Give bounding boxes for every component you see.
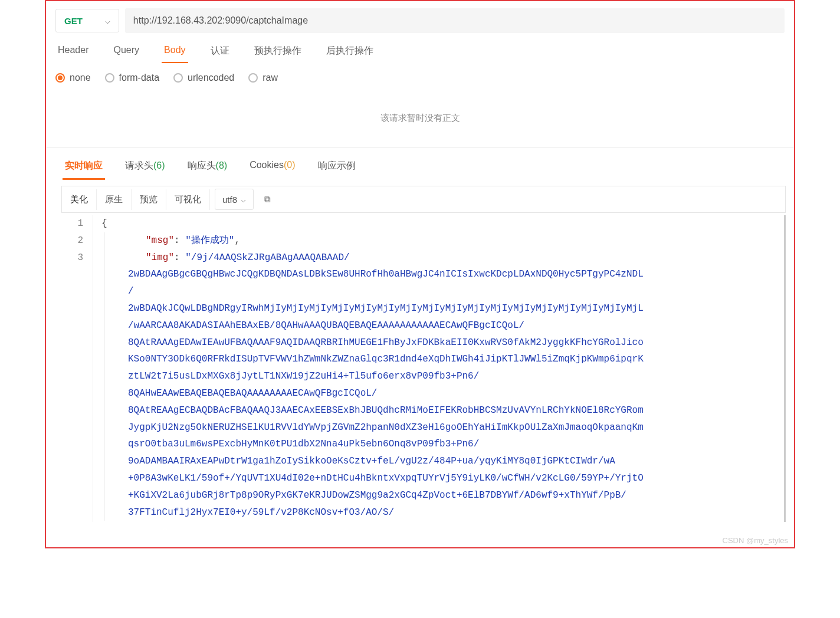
request-tabs: Header Query Body 认证 预执行操作 后执行操作 [46, 33, 794, 63]
tab-body[interactable]: Body [162, 45, 188, 63]
encoding-select[interactable]: utf8⌵ [215, 189, 254, 210]
empty-body-message: 该请求暂时没有正文 [46, 83, 794, 147]
tab-auth[interactable]: 认证 [208, 45, 232, 63]
tab-pre-script[interactable]: 预执行操作 [252, 45, 304, 63]
tab-request-headers[interactable]: 请求头(6) [123, 160, 168, 180]
radio-dot-icon [105, 73, 114, 83]
radio-form-data[interactable]: form-data [105, 73, 159, 83]
watermark: CSDN @my_styles [723, 536, 788, 545]
response-tabs: 实时响应 请求头(6) 响应头(8) Cookies(0) 响应示例 [46, 147, 794, 180]
visualize-button[interactable]: 可视化 [166, 189, 210, 210]
radio-raw[interactable]: raw [248, 73, 278, 83]
response-toolbar: 美化 原生 预览 可视化 utf8⌵ ⧉ [61, 186, 786, 213]
line-gutter: 123 [61, 215, 93, 522]
radio-dot-icon [55, 73, 65, 83]
body-type-radios: none form-data urlencoded raw [46, 63, 794, 83]
tab-query[interactable]: Query [111, 45, 142, 63]
tab-header[interactable]: Header [55, 45, 91, 63]
code-content: { "msg": "操作成功", "img": "/9j/4AAQSkZJRgA… [93, 215, 784, 522]
tab-response-headers[interactable]: 响应头(8) [185, 160, 230, 180]
radio-none[interactable]: none [55, 73, 91, 83]
method-label: GET [64, 16, 83, 26]
http-method-select[interactable]: GET ⌵ [55, 9, 119, 32]
radio-dot-icon [173, 73, 183, 83]
tab-response-example[interactable]: 响应示例 [316, 160, 358, 180]
chevron-down-icon: ⌵ [241, 194, 246, 205]
url-input[interactable] [125, 8, 785, 33]
radio-urlencoded[interactable]: urlencoded [173, 73, 234, 83]
preview-button[interactable]: 预览 [132, 189, 166, 210]
tab-cookies[interactable]: Cookies(0) [247, 160, 297, 180]
tab-realtime-response[interactable]: 实时响应 [63, 160, 105, 180]
beautify-button[interactable]: 美化 [62, 189, 97, 210]
radio-dot-icon [248, 73, 258, 83]
response-body[interactable]: 123 { "msg": "操作成功", "img": "/9j/4AAQSkZ… [61, 215, 786, 522]
copy-icon[interactable]: ⧉ [258, 189, 277, 209]
tab-post-script[interactable]: 后执行操作 [324, 45, 376, 63]
chevron-down-icon: ⌵ [105, 15, 110, 26]
raw-button[interactable]: 原生 [97, 189, 132, 210]
